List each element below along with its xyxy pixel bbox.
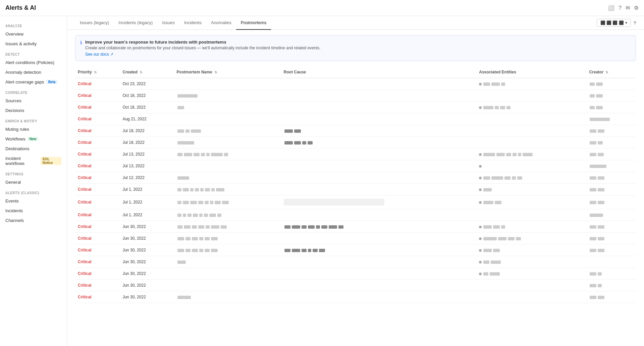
sidebar-item-sources[interactable]: Sources [0, 96, 67, 106]
tab-postmortems[interactable]: Postmortems [236, 16, 271, 30]
table-row[interactable]: CriticalJun 30, 2022 [75, 280, 636, 291]
priority-value: Critical [78, 224, 92, 229]
sidebar-item-label: Incidents [5, 208, 23, 213]
main-layout: ANALYZEOverviewIssues & activityDETECTAl… [0, 16, 644, 346]
cell-associated-entities [476, 280, 586, 291]
cell-postmortem-name [174, 291, 281, 303]
table-row[interactable]: CriticalJun 30, 2022 [75, 268, 636, 280]
col-created[interactable]: Created ⇅ [120, 66, 174, 78]
mail-icon[interactable]: ✉ [626, 5, 630, 11]
sidebar-item-channels[interactable]: Channels [0, 216, 67, 225]
sidebar-item-issues-activity[interactable]: Issues & activity [0, 39, 67, 49]
cell-root-cause [281, 102, 477, 113]
sidebar-item-destinations[interactable]: Destinations [0, 144, 67, 154]
table-row[interactable]: CriticalJun 30, 2022 [75, 256, 636, 268]
cell-associated-entities [476, 125, 586, 137]
banner-link[interactable]: See our docs ↗ [85, 52, 113, 57]
cell-associated-entities [476, 268, 586, 280]
sidebar-item-alert-conditions[interactable]: Alert conditions (Policies) [0, 58, 67, 67]
cell-postmortem-name [174, 78, 281, 90]
cell-postmortem-name [174, 125, 281, 137]
table-row[interactable]: CriticalJul 1, 2022 [75, 209, 636, 221]
sidebar-item-overview[interactable]: Overview [0, 29, 67, 39]
placeholder-content [177, 260, 186, 264]
table-row[interactable]: CriticalJun 30, 2022 [75, 233, 636, 244]
placeholder-content [177, 152, 229, 157]
placeholder-content [589, 283, 602, 288]
help-icon[interactable]: ? [619, 5, 622, 11]
tab-incidents[interactable]: Incidents [179, 16, 206, 30]
placeholder-content [177, 248, 218, 252]
placeholder-content [589, 295, 605, 299]
cell-created: Jun 30, 2022 [120, 221, 174, 233]
sidebar-item-muting-rules[interactable]: Muting rules [0, 124, 67, 134]
table-row[interactable]: CriticalJul 12, 2022 [75, 172, 636, 184]
table-row[interactable]: CriticalJun 30, 2022 [75, 291, 636, 303]
cell-creator [586, 78, 636, 90]
tab-issues-legacy[interactable]: Issues (legacy) [75, 16, 114, 30]
tab-incidents-legacy[interactable]: Incidents (legacy) [114, 16, 157, 30]
cell-associated-entities [476, 244, 586, 256]
cell-created: Jun 30, 2022 [120, 268, 174, 280]
root-cause-content [284, 224, 344, 229]
table-row[interactable]: CriticalJul 1, 2022 [75, 195, 636, 209]
table-row[interactable]: CriticalOct 18, 2022 [75, 90, 636, 102]
sidebar-section-label: DETECT [0, 49, 67, 58]
entity-content [479, 224, 506, 229]
top-bar: Alerts & AI ⬜ ? ✉ ⚙ [0, 0, 644, 16]
col-postmortem-name[interactable]: Postmortem Name ⇅ [174, 66, 281, 78]
content-area: Issues (legacy)Incidents (legacy)IssuesI… [67, 16, 644, 346]
table-row[interactable]: CriticalJul 18, 2022 [75, 125, 636, 137]
sidebar-item-label: Events [5, 198, 19, 204]
cell-creator [586, 149, 636, 160]
sidebar-item-alert-coverage-gaps[interactable]: Alert coverage gapsBeta [0, 77, 67, 87]
cell-postmortem-name [174, 90, 281, 102]
table-body: CriticalOct 23, 2022CriticalOct 18, 2022… [75, 78, 636, 303]
sidebar-item-workflows[interactable]: WorkflowsNew [0, 134, 67, 144]
sidebar-item-general[interactable]: General [0, 177, 67, 187]
priority-value: Critical [78, 213, 92, 217]
settings-icon[interactable]: ⚙ [634, 5, 639, 11]
table-row[interactable]: CriticalJul 13, 2022 [75, 160, 636, 172]
cell-associated-entities [476, 137, 586, 149]
tab-help-icon[interactable]: ? [634, 20, 636, 25]
table-row[interactable]: CriticalJul 18, 2022 [75, 137, 636, 149]
cell-creator [586, 291, 636, 303]
table-row[interactable]: CriticalOct 18, 2022 [75, 102, 636, 113]
col-root-cause: Root Cause [281, 66, 477, 78]
cell-associated-entities [476, 184, 586, 195]
sidebar-item-decisions[interactable]: Decisions [0, 106, 67, 115]
priority-value: Critical [78, 187, 92, 192]
table-row[interactable]: CriticalJul 1, 2022 [75, 184, 636, 195]
cell-creator [586, 113, 636, 125]
filter-button[interactable]: ⬛ ⬛ ⬛ ⬛ ▾ [597, 19, 631, 27]
col-creator[interactable]: Creator ⇅ [586, 66, 636, 78]
cell-associated-entities [476, 78, 586, 90]
placeholder-content [589, 224, 605, 229]
monitor-icon[interactable]: ⬜ [608, 5, 614, 11]
entity-content [479, 271, 500, 276]
cell-root-cause [281, 291, 477, 303]
cell-root-cause [281, 90, 477, 102]
sidebar-item-incident-workflows[interactable]: Incident workflowsEOL Notice [0, 154, 67, 168]
table-row[interactable]: CriticalAug 21, 2022 [75, 113, 636, 125]
entity-content [479, 248, 500, 252]
placeholder-content [177, 213, 222, 217]
table-row[interactable]: CriticalJun 30, 2022 [75, 221, 636, 233]
table-row[interactable]: CriticalJun 30, 2022 [75, 244, 636, 256]
table-row[interactable]: CriticalOct 23, 2022 [75, 78, 636, 90]
sidebar-item-label: Alert coverage gaps [5, 79, 44, 84]
tab-anomalies[interactable]: Anomalies [206, 16, 236, 30]
table-container: Priority ⇅ Created ⇅ Postmortem Name ⇅ R… [67, 66, 644, 346]
placeholder-content [589, 271, 602, 276]
tab-issues[interactable]: Issues [157, 16, 179, 30]
sidebar-item-label: Workflows [5, 136, 25, 141]
sidebar-item-incidents-classic[interactable]: Incidents [0, 206, 67, 216]
sidebar-item-events[interactable]: Events [0, 196, 67, 206]
sidebar-item-anomaly-detection[interactable]: Anomaly detection [0, 67, 67, 77]
table-row[interactable]: CriticalJul 13, 2022 [75, 149, 636, 160]
sidebar-badge: Beta [46, 80, 58, 84]
cell-created: Jul 18, 2022 [120, 125, 174, 137]
col-priority[interactable]: Priority ⇅ [75, 66, 120, 78]
cell-creator [586, 90, 636, 102]
